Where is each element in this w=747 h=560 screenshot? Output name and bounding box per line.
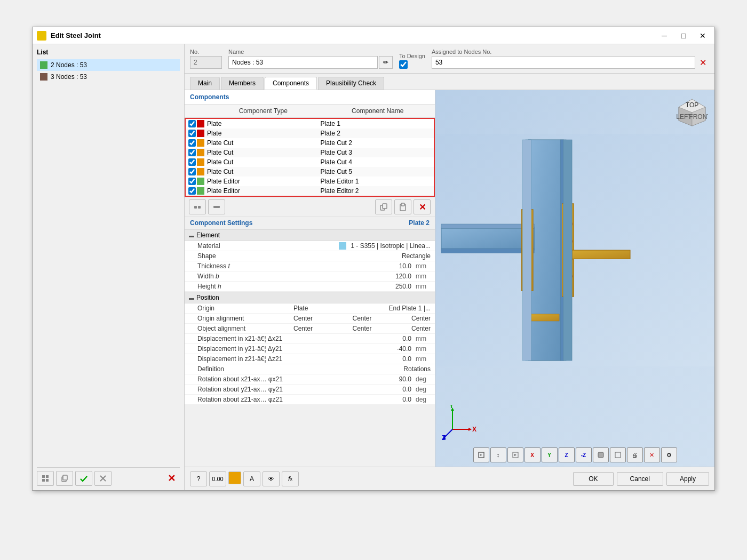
window-title: Edit Steel Joint: [51, 31, 653, 39]
comp-delete-button[interactable]: ✕: [414, 199, 431, 214]
comp-checkbox[interactable]: [188, 130, 196, 137]
minimize-button[interactable]: ─: [657, 30, 672, 42]
color-button[interactable]: [228, 471, 241, 484]
shape-value: Rectangle: [293, 252, 431, 260]
comp-paste-button[interactable]: [394, 199, 411, 214]
no-input[interactable]: [190, 56, 222, 69]
add-joint-button[interactable]: [37, 471, 54, 486]
viewport[interactable]: TOP LEFT FRONT: [435, 90, 714, 467]
vp-z2-button[interactable]: -Z: [576, 447, 592, 462]
vp-move-button[interactable]: ↕: [490, 447, 506, 462]
vp-view-all-button[interactable]: [507, 447, 523, 462]
help-button[interactable]: ?: [190, 471, 207, 486]
vp-x-button[interactable]: X: [525, 447, 541, 462]
comp-row[interactable]: Plate Plate 1: [186, 119, 434, 129]
vp-close-view-button[interactable]: ✕: [644, 447, 660, 462]
thickness-unit: mm: [416, 262, 431, 270]
vp-settings-button[interactable]: ⚙: [661, 447, 677, 462]
vp-y-button[interactable]: Y: [542, 447, 558, 462]
disp-z-value: 0.0 mm: [293, 355, 431, 363]
comp-color-swatch: [197, 139, 204, 147]
vp-render-button[interactable]: [593, 447, 609, 462]
comp-type: Plate Editor: [207, 178, 321, 185]
svg-rect-12: [383, 204, 387, 209]
comp-type: Plate: [207, 120, 321, 127]
comp-row[interactable]: Plate Editor Plate Editor 2: [186, 186, 434, 196]
viewport-toolbar: ↕ X Y Z -Z 🖨: [435, 447, 714, 462]
left-panel: List 2 Nodes : 53 3 Nodes : 53: [33, 44, 185, 490]
height-label: Height h: [197, 283, 293, 290]
comp-copy-button[interactable]: [375, 199, 392, 214]
to-design-checkbox[interactable]: [399, 60, 408, 69]
vp-print-button[interactable]: 🖨: [627, 447, 643, 462]
vp-wireframe-button[interactable]: [610, 447, 626, 462]
name-input[interactable]: [228, 56, 378, 69]
comp-checkbox[interactable]: [188, 149, 196, 156]
comp-checkbox[interactable]: [188, 120, 196, 127]
tab-components[interactable]: Components: [265, 77, 317, 90]
comp-name: Plate Cut 5: [321, 168, 434, 175]
comp-row[interactable]: Plate Cut Plate Cut 4: [186, 157, 434, 167]
maximize-button[interactable]: □: [676, 30, 691, 42]
comp-add-button[interactable]: [189, 199, 206, 214]
element-group-header[interactable]: ▬ Element: [185, 229, 435, 241]
copy-joint-button[interactable]: [56, 471, 73, 486]
comp-checkbox[interactable]: [188, 139, 196, 147]
obja-v1: Center: [293, 325, 313, 332]
components-table: Component Type Component Name Plate: [185, 105, 435, 197]
tab-plausibility[interactable]: Plausibility Check: [318, 77, 384, 90]
text-button[interactable]: A: [243, 471, 260, 486]
svg-rect-58: [615, 452, 621, 458]
vp-select-button[interactable]: [473, 447, 489, 462]
comp-row[interactable]: Plate Cut Plate Cut 2: [186, 138, 434, 148]
apply-button[interactable]: Apply: [666, 472, 709, 486]
zero-button[interactable]: 0.00: [209, 471, 226, 486]
comp-checkbox[interactable]: [188, 168, 196, 175]
prop-row-disp-y: Displacement in y21-â€¦ Δy21 -40.0 mm: [185, 344, 435, 354]
comp-checkbox-cell: [186, 168, 207, 175]
position-group-header[interactable]: ▬ Position: [185, 292, 435, 303]
assigned-clear-button[interactable]: ✕: [696, 56, 709, 69]
vp-z1-button[interactable]: Z: [559, 447, 575, 462]
tab-members[interactable]: Members: [221, 77, 264, 90]
close-button[interactable]: ✕: [695, 30, 710, 42]
collapse-icon: ▬: [189, 233, 194, 238]
comp-row[interactable]: Plate Cut Plate Cut 5: [186, 167, 434, 177]
disp-y-label: Displacement in y21-â€¦ Δy21: [197, 345, 293, 353]
ok-button[interactable]: OK: [573, 472, 613, 486]
rot-z-unit: deg: [416, 396, 431, 403]
comp-remove-button[interactable]: [208, 199, 225, 214]
title-bar: Edit Steel Joint ─ □ ✕: [33, 27, 714, 44]
to-design-field-group: To Design: [399, 53, 425, 69]
comp-checkbox[interactable]: [188, 187, 196, 195]
rot-z-label: Rotation about z21-ax… φz21: [197, 396, 293, 403]
prop-row-rot-z: Rotation about z21-ax… φz21 0.0 deg: [185, 395, 435, 405]
comp-checkbox[interactable]: [188, 158, 196, 166]
comp-name: Plate 2: [321, 130, 434, 137]
delete-joint-button[interactable]: ✕: [163, 471, 180, 486]
comp-color-swatch: [197, 187, 204, 195]
prop-row-rot-y: Rotation about y21-ax… φy21 0.0 deg: [185, 385, 435, 395]
disp-x-unit: mm: [416, 335, 431, 342]
check-all-button[interactable]: [75, 471, 92, 486]
uncheck-all-button[interactable]: [94, 471, 112, 486]
comp-checkbox[interactable]: [188, 178, 196, 185]
top-fields: No. Name ✏ To Design As: [185, 44, 714, 74]
comp-row[interactable]: Plate Cut Plate Cut 3: [186, 148, 434, 157]
svg-text:Z: Z: [442, 434, 446, 440]
disp-y-unit: mm: [416, 345, 431, 353]
list-item[interactable]: 2 Nodes : 53: [37, 59, 180, 71]
info-button[interactable]: 👁: [263, 471, 280, 486]
list-item-label: 3 Nodes : 53: [51, 73, 87, 81]
main-window: Edit Steel Joint ─ □ ✕ List 2 Nodes : 53…: [32, 27, 715, 491]
list-item[interactable]: 3 Nodes : 53: [37, 71, 180, 83]
tab-main[interactable]: Main: [190, 77, 220, 90]
origin-text2: End Plate 1 |...: [389, 305, 431, 312]
name-edit-button[interactable]: ✏: [379, 56, 393, 69]
cancel-button[interactable]: Cancel: [617, 472, 663, 486]
rot-y-label: Rotation about y21-ax… φy21: [197, 386, 293, 393]
comp-row[interactable]: Plate Editor Plate Editor 1: [186, 177, 434, 186]
comp-row[interactable]: Plate Plate 2: [186, 129, 434, 138]
assigned-input[interactable]: [432, 56, 695, 69]
formula-button[interactable]: fx: [282, 471, 299, 486]
